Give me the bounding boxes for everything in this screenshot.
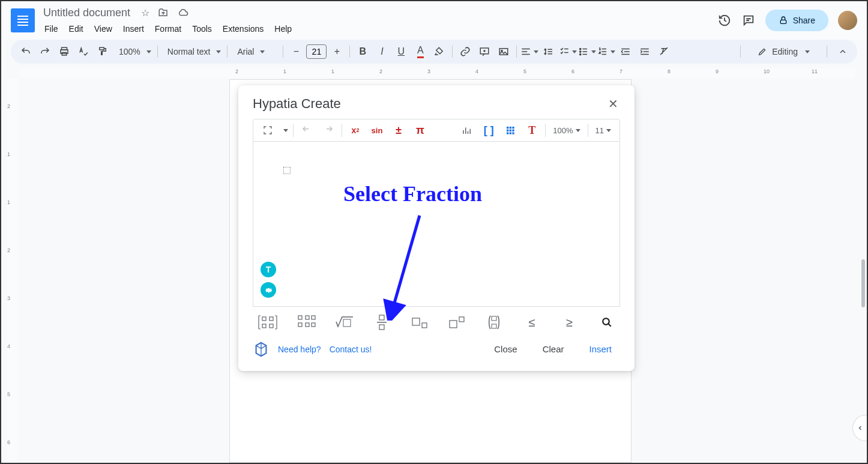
modal-title: Hypatia Create — [253, 96, 341, 112]
spellcheck-button[interactable] — [74, 43, 92, 61]
menu-extensions[interactable]: Extensions — [218, 22, 268, 36]
menu-help[interactable]: Help — [270, 22, 297, 36]
fullscreen-icon[interactable] — [258, 122, 277, 139]
equation-placeholder — [283, 167, 291, 174]
root-template[interactable] — [334, 314, 354, 331]
highlight-button[interactable] — [430, 43, 448, 61]
editing-mode-button[interactable]: Editing — [748, 43, 819, 60]
image-button[interactable] — [495, 43, 513, 61]
menu-file[interactable]: File — [40, 22, 63, 36]
comments-icon[interactable] — [741, 13, 756, 28]
fraction-template[interactable] — [372, 314, 391, 331]
numbered-list-button[interactable] — [597, 43, 615, 61]
print-button[interactable] — [55, 43, 73, 61]
underline-button[interactable]: U — [392, 43, 410, 61]
font-dropdown[interactable]: Arial — [231, 47, 279, 56]
decrease-font-button[interactable]: − — [287, 43, 305, 61]
move-icon[interactable] — [158, 7, 169, 19]
contact-us-link[interactable]: Contact us! — [330, 345, 372, 354]
svg-rect-23 — [298, 316, 302, 319]
docs-logo-icon[interactable] — [11, 8, 35, 32]
side-panel-toggle[interactable] — [852, 415, 867, 441]
modal-zoom-dropdown[interactable]: 100% — [549, 122, 583, 139]
undo-icon[interactable] — [297, 122, 316, 139]
cloud-status-icon[interactable] — [177, 7, 189, 19]
clear-button[interactable]: Clear — [534, 339, 573, 359]
svg-point-38 — [603, 318, 609, 325]
paragraph-style-dropdown[interactable]: Normal text — [161, 47, 224, 56]
user-avatar[interactable] — [838, 11, 857, 30]
exponent-icon[interactable]: x2 — [346, 122, 365, 139]
title-area: Untitled document ☆ File Edit View Inser… — [40, 5, 717, 36]
need-help-link[interactable]: Need help? — [278, 345, 321, 354]
superscript-template[interactable] — [447, 314, 466, 331]
svg-rect-0 — [780, 20, 786, 23]
increase-font-button[interactable]: + — [328, 43, 346, 61]
text-icon[interactable]: T — [522, 122, 541, 139]
document-title[interactable]: Untitled document — [40, 5, 134, 20]
italic-button[interactable]: I — [373, 43, 391, 61]
collapse-toolbar-button[interactable] — [834, 43, 851, 60]
undo-button[interactable] — [17, 43, 35, 61]
line-spacing-button[interactable] — [540, 43, 558, 61]
grid-icon[interactable] — [501, 122, 520, 139]
zoom-dropdown[interactable]: 100% — [113, 47, 154, 56]
menu-tools[interactable]: Tools — [187, 22, 217, 36]
search-icon[interactable] — [597, 314, 616, 331]
bold-button[interactable]: B — [354, 43, 372, 61]
modal-fontsize-dropdown[interactable]: 11 — [592, 122, 615, 139]
menu-format[interactable]: Format — [150, 22, 186, 36]
menu-insert[interactable]: Insert — [118, 22, 149, 36]
svg-rect-14 — [510, 130, 511, 131]
history-icon[interactable] — [717, 13, 732, 28]
svg-rect-16 — [507, 132, 508, 134]
comment-button[interactable] — [475, 43, 493, 61]
subscript-template[interactable] — [409, 314, 429, 331]
svg-rect-29 — [343, 319, 351, 327]
text-color-button[interactable]: A — [411, 43, 429, 61]
lessequal-icon[interactable]: ≤ — [522, 314, 541, 331]
scroll-thumb[interactable] — [861, 259, 865, 307]
dropdown-icon[interactable] — [280, 122, 289, 139]
star-icon[interactable]: ☆ — [141, 7, 149, 19]
brackets-icon[interactable]: [ ] — [479, 122, 498, 139]
decrease-indent-button[interactable] — [616, 43, 634, 61]
equation-canvas[interactable]: T — [253, 142, 620, 307]
separator — [588, 124, 588, 137]
increase-indent-button[interactable] — [636, 43, 654, 61]
clear-format-button[interactable] — [655, 43, 673, 61]
svg-rect-31 — [379, 325, 384, 330]
font-size-input[interactable]: 21 — [306, 44, 327, 59]
redo-button[interactable] — [36, 43, 54, 61]
settings-button[interactable] — [261, 282, 276, 298]
vertical-scrollbar[interactable] — [861, 79, 866, 247]
svg-rect-24 — [306, 316, 309, 319]
bars-icon[interactable] — [457, 122, 477, 139]
title-icons: ☆ — [141, 7, 189, 19]
plusminus-icon[interactable]: ± — [389, 122, 408, 139]
close-button[interactable]: Close — [486, 339, 525, 359]
separator — [157, 46, 158, 58]
separator — [516, 46, 517, 58]
matrix-template[interactable] — [256, 314, 279, 331]
bullet-list-button[interactable] — [578, 43, 596, 61]
menu-view[interactable]: View — [89, 22, 117, 36]
grid-template[interactable] — [297, 314, 316, 331]
svg-rect-27 — [312, 316, 315, 319]
align-button[interactable] — [520, 43, 538, 61]
greaterequal-icon[interactable]: ≥ — [559, 314, 579, 331]
share-button[interactable]: Share — [765, 10, 828, 31]
insert-button[interactable]: Insert — [580, 339, 620, 359]
menu-edit[interactable]: Edit — [64, 22, 88, 36]
text-mode-button[interactable]: T — [261, 262, 276, 277]
svg-point-9 — [580, 53, 581, 55]
pi-icon[interactable]: π — [411, 122, 430, 139]
sin-icon[interactable]: sin — [367, 122, 387, 139]
link-button[interactable] — [456, 43, 474, 61]
header-right: Share — [717, 10, 857, 31]
redo-icon[interactable] — [319, 122, 338, 139]
binomial-template[interactable] — [484, 314, 504, 331]
paint-format-button[interactable] — [94, 43, 112, 61]
modal-close-button[interactable]: ✕ — [606, 97, 620, 111]
checklist-button[interactable] — [559, 43, 577, 61]
